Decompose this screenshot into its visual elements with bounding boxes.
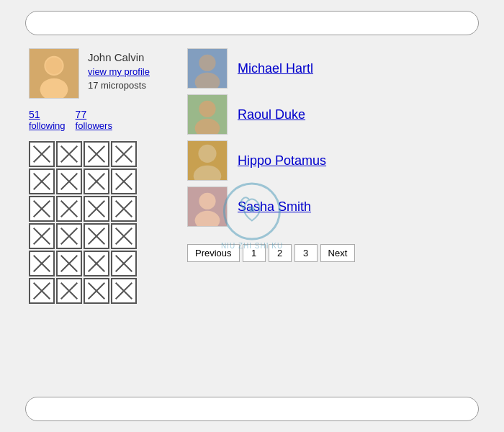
right-panel: Michael Hartl Raoul Duke bbox=[187, 48, 475, 421]
page-2-button[interactable]: 2 bbox=[269, 244, 292, 262]
microposts-count: 17 microposts bbox=[88, 80, 150, 91]
svg-point-12 bbox=[198, 145, 216, 163]
main-container: John Calvin view my profile 17 micropost… bbox=[0, 0, 504, 432]
user-link-sasha-smith[interactable]: Sasha Smith bbox=[238, 199, 311, 215]
grid-item[interactable] bbox=[56, 278, 82, 304]
grid-item[interactable] bbox=[111, 168, 137, 194]
follow-stats: 51 following 77 followers bbox=[29, 109, 173, 131]
page-3-button[interactable]: 3 bbox=[294, 244, 318, 262]
avatar bbox=[187, 94, 228, 135]
following-stat: 51 following bbox=[29, 109, 66, 131]
user-link-hippo-potamus[interactable]: Hippo Potamus bbox=[238, 153, 326, 168]
avatar bbox=[29, 48, 79, 99]
grid-item[interactable] bbox=[29, 168, 55, 194]
page-1-button[interactable]: 1 bbox=[243, 244, 266, 262]
grid-item[interactable] bbox=[56, 196, 82, 222]
list-item: Sasha Smith bbox=[187, 186, 475, 227]
svg-point-15 bbox=[199, 193, 215, 210]
grid-item[interactable] bbox=[111, 251, 137, 276]
grid-item[interactable] bbox=[29, 278, 55, 304]
followers-label[interactable]: followers bbox=[76, 120, 112, 131]
content-area: John Calvin view my profile 17 micropost… bbox=[14, 48, 490, 421]
user-link-raoul-duke[interactable]: Raoul Duke bbox=[238, 107, 305, 122]
avatar bbox=[187, 186, 228, 227]
grid-item[interactable] bbox=[29, 251, 55, 276]
list-item: Michael Hartl bbox=[187, 48, 475, 89]
grid-item[interactable] bbox=[56, 141, 82, 167]
user-info: John Calvin view my profile 17 micropost… bbox=[29, 48, 173, 99]
next-button[interactable]: Next bbox=[320, 244, 356, 262]
grid-item[interactable] bbox=[111, 278, 137, 304]
grid-item[interactable] bbox=[29, 223, 55, 249]
followers-count[interactable]: 77 bbox=[76, 109, 87, 120]
user-link-michael-hartl[interactable]: Michael Hartl bbox=[238, 61, 313, 76]
avatar bbox=[187, 140, 228, 181]
view-profile-link[interactable]: view my profile bbox=[88, 66, 150, 77]
pagination: Previous 1 2 3 Next bbox=[187, 244, 475, 262]
grid-item[interactable] bbox=[84, 168, 109, 194]
svg-point-3 bbox=[45, 58, 62, 74]
previous-button[interactable]: Previous bbox=[187, 244, 240, 262]
grid-item[interactable] bbox=[84, 278, 109, 304]
grid-item[interactable] bbox=[84, 223, 109, 249]
grid-item[interactable] bbox=[84, 196, 109, 222]
grid-item[interactable] bbox=[29, 196, 55, 222]
grid-item[interactable] bbox=[29, 141, 55, 167]
grid-item[interactable] bbox=[111, 223, 137, 249]
grid-item[interactable] bbox=[111, 141, 137, 167]
grid-item[interactable] bbox=[56, 251, 82, 276]
list-item: Raoul Duke bbox=[187, 94, 475, 135]
user-details: John Calvin view my profile 17 micropost… bbox=[88, 48, 150, 91]
followers-stat: 77 followers bbox=[76, 109, 112, 131]
search-input-top[interactable] bbox=[25, 11, 479, 35]
grid-item[interactable] bbox=[111, 196, 137, 222]
following-count[interactable]: 51 bbox=[29, 109, 40, 120]
grid-item[interactable] bbox=[56, 223, 82, 249]
list-item: Hippo Potamus bbox=[187, 140, 475, 181]
svg-rect-7 bbox=[188, 49, 227, 88]
svg-point-9 bbox=[199, 101, 215, 117]
avatar bbox=[187, 48, 228, 89]
following-label[interactable]: following bbox=[29, 120, 66, 131]
users-list: Michael Hartl Raoul Duke bbox=[187, 48, 475, 227]
image-grid bbox=[29, 141, 173, 304]
left-panel: John Calvin view my profile 17 micropost… bbox=[29, 48, 173, 421]
search-input-bottom[interactable] bbox=[25, 397, 479, 421]
grid-item[interactable] bbox=[84, 141, 109, 167]
grid-item[interactable] bbox=[84, 251, 109, 276]
user-name: John Calvin bbox=[88, 51, 150, 63]
grid-item[interactable] bbox=[56, 168, 82, 194]
